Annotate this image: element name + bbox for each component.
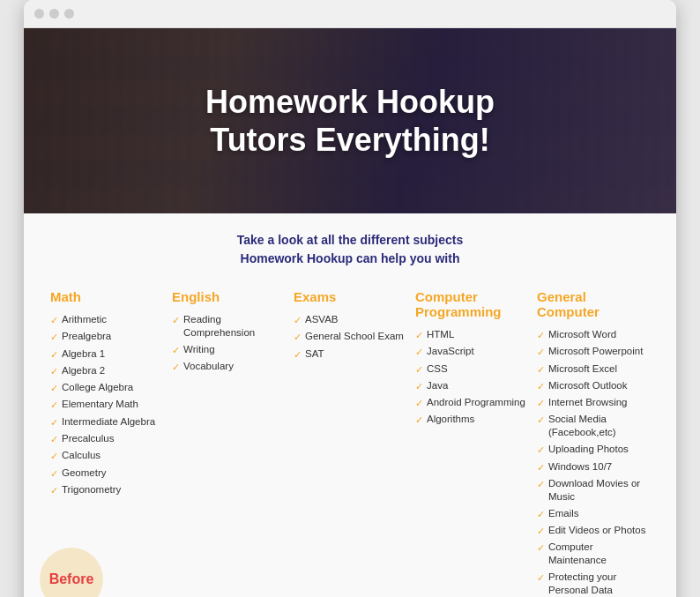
list-item: ✓Internet Browsing	[537, 396, 650, 409]
list-item: ✓Protecting your Personal Data	[537, 571, 650, 597]
list-item-text: Emails	[548, 507, 579, 520]
check-icon: ✓	[415, 380, 423, 392]
list-item-text: Algebra 2	[62, 364, 105, 377]
list-item: ✓Download Movies or Music	[537, 477, 650, 504]
check-icon: ✓	[415, 363, 423, 376]
list-item: ✓Trigonometry	[50, 483, 163, 496]
list-item: ✓Edit Videos or Photos	[537, 524, 650, 537]
check-icon: ✓	[537, 444, 545, 456]
subject-column-2: Exams✓ASVAB✓General School Exam✓SAT	[294, 289, 406, 597]
subject-heading-3: Computer Programming	[415, 289, 528, 319]
subjects-grid: Math✓Arithmetic✓Prealgebra✓Algebra 1✓Alg…	[50, 289, 650, 597]
list-item-text: ASVAB	[305, 313, 339, 326]
list-item-text: Algorithms	[427, 413, 474, 426]
list-item-text: Algebra 1	[62, 347, 105, 361]
check-icon: ✓	[415, 346, 423, 358]
list-item: ✓Microsoft Powerpoint	[537, 345, 650, 358]
subtitle-line2: Homework Hookup can help you with	[50, 250, 650, 268]
list-item-text: SAT	[305, 347, 324, 361]
list-item-text: Geometry	[62, 466, 107, 480]
list-item-text: Social Media (Facebook,etc)	[548, 413, 650, 439]
list-item-text: Windows 10/7	[548, 460, 612, 474]
list-item: ✓Reading Comprehension	[172, 313, 285, 340]
list-item: ✓Microsoft Excel	[537, 362, 650, 376]
list-item-text: Prealgebra	[62, 330, 111, 343]
list-item-text: Download Movies or Music	[548, 477, 650, 504]
list-item-text: Writing	[183, 343, 215, 356]
list-item-text: Reading Comprehension	[183, 313, 285, 340]
list-item: ✓Precalculus	[50, 432, 163, 445]
browser-dots	[34, 9, 74, 19]
check-icon: ✓	[537, 397, 545, 409]
check-icon: ✓	[294, 348, 302, 361]
list-item: ✓College Algebra	[50, 381, 163, 394]
list-item-text: Protecting your Personal Data	[548, 571, 650, 597]
check-icon: ✓	[50, 484, 58, 496]
list-item: ✓CSS	[415, 362, 528, 376]
subject-list-1: ✓Reading Comprehension✓Writing✓Vocabular…	[172, 313, 285, 373]
list-item: ✓SAT	[294, 347, 406, 361]
check-icon: ✓	[50, 331, 58, 343]
check-icon: ✓	[537, 508, 545, 520]
check-icon: ✓	[537, 571, 545, 584]
check-icon: ✓	[172, 361, 180, 373]
check-icon: ✓	[537, 346, 545, 358]
check-icon: ✓	[537, 363, 545, 376]
subject-heading-2: Exams	[294, 289, 406, 304]
check-icon: ✓	[537, 541, 545, 554]
check-icon: ✓	[50, 433, 58, 445]
list-item-text: College Algebra	[62, 381, 133, 394]
list-item-text: Java	[427, 379, 448, 392]
list-item: ✓ASVAB	[294, 313, 406, 326]
list-item: ✓Algebra 2	[50, 364, 163, 377]
dot-close	[34, 9, 44, 19]
browser-window: Homework Hookup Tutors Everything! Take …	[24, 0, 676, 597]
check-icon: ✓	[415, 414, 423, 426]
list-item-text: CSS	[427, 362, 448, 376]
list-item: ✓Arithmetic	[50, 313, 163, 326]
hero-section: Homework Hookup Tutors Everything!	[24, 28, 676, 213]
list-item-text: Edit Videos or Photos	[548, 524, 645, 537]
check-icon: ✓	[294, 331, 302, 343]
list-item: ✓Intermediate Algebra	[50, 415, 163, 429]
hero-title-line1: Homework Hookup	[205, 83, 495, 121]
check-icon: ✓	[415, 329, 423, 341]
list-item-text: Internet Browsing	[548, 396, 628, 409]
list-item-text: Microsoft Outlook	[548, 379, 627, 392]
list-item: ✓Uploading Photos	[537, 443, 650, 456]
list-item: ✓Calculus	[50, 449, 163, 462]
check-icon: ✓	[537, 478, 545, 490]
subject-column-4: General Computer✓Microsoft Word✓Microsof…	[537, 289, 650, 597]
list-item: ✓Social Media (Facebook,etc)	[537, 413, 650, 439]
hero-title-line2: Tutors Everything!	[205, 121, 495, 159]
check-icon: ✓	[50, 365, 58, 377]
subject-heading-1: English	[172, 289, 285, 304]
list-item-text: General School Exam	[305, 330, 404, 343]
list-item: ✓Algebra 1	[50, 347, 163, 361]
list-item: ✓Prealgebra	[50, 330, 163, 343]
list-item: ✓Java	[415, 379, 528, 392]
subtitle: Take a look at all the different subject…	[50, 231, 650, 268]
list-item: ✓Geometry	[50, 466, 163, 480]
check-icon: ✓	[50, 416, 58, 429]
check-icon: ✓	[537, 380, 545, 392]
check-icon: ✓	[50, 467, 58, 480]
check-icon: ✓	[50, 348, 58, 361]
check-icon: ✓	[50, 399, 58, 411]
subject-list-3: ✓HTML✓JavaScript✓CSS✓Java✓Android Progra…	[415, 328, 528, 427]
check-icon: ✓	[537, 414, 545, 426]
list-item-text: Android Programming	[427, 396, 525, 409]
list-item-text: Precalculus	[62, 432, 114, 445]
check-icon: ✓	[50, 450, 58, 462]
list-item-text: Arithmetic	[62, 313, 107, 326]
list-item-text: HTML	[427, 328, 454, 341]
list-item: ✓Microsoft Word	[537, 328, 650, 341]
check-icon: ✓	[537, 525, 545, 537]
subject-list-2: ✓ASVAB✓General School Exam✓SAT	[294, 313, 406, 361]
before-label: Before	[49, 571, 94, 587]
list-item-text: Computer Maintenance	[548, 541, 650, 567]
content-section: Take a look at all the different subject…	[24, 213, 676, 597]
hero-title: Homework Hookup Tutors Everything!	[205, 83, 495, 159]
list-item: ✓General School Exam	[294, 330, 406, 343]
subject-heading-0: Math	[50, 289, 163, 304]
